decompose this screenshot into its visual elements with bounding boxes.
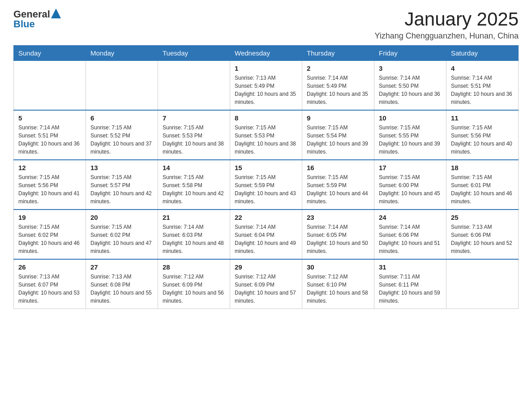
calendar-day-cell <box>14 61 86 111</box>
calendar-week-row: 12Sunrise: 7:15 AMSunset: 5:56 PMDayligh… <box>14 160 519 210</box>
page-header: General Blue January 2025 Yizhang Chengg… <box>13 9 519 41</box>
calendar-day-cell: 3Sunrise: 7:14 AMSunset: 5:50 PMDaylight… <box>374 61 446 111</box>
svg-marker-0 <box>51 9 61 18</box>
calendar-day-cell: 10Sunrise: 7:15 AMSunset: 5:55 PMDayligh… <box>374 110 446 160</box>
calendar-day-cell: 30Sunrise: 7:12 AMSunset: 6:10 PMDayligh… <box>302 259 374 309</box>
day-number: 24 <box>379 214 442 221</box>
day-number: 3 <box>379 64 442 72</box>
day-number: 2 <box>307 64 369 72</box>
calendar-week-row: 1Sunrise: 7:13 AMSunset: 5:49 PMDaylight… <box>14 61 519 111</box>
day-number: 21 <box>163 214 225 221</box>
day-info: Sunrise: 7:13 AMSunset: 5:49 PMDaylight:… <box>235 74 297 106</box>
calendar-day-cell: 14Sunrise: 7:15 AMSunset: 5:58 PMDayligh… <box>158 160 230 210</box>
calendar-day-cell: 26Sunrise: 7:13 AMSunset: 6:07 PMDayligh… <box>14 259 86 309</box>
day-number: 8 <box>235 114 297 122</box>
day-info: Sunrise: 7:14 AMSunset: 5:50 PMDaylight:… <box>379 74 442 106</box>
day-info: Sunrise: 7:15 AMSunset: 5:52 PMDaylight:… <box>90 124 153 156</box>
day-info: Sunrise: 7:11 AMSunset: 6:11 PMDaylight:… <box>379 273 442 305</box>
calendar-day-cell: 9Sunrise: 7:15 AMSunset: 5:54 PMDaylight… <box>302 110 374 160</box>
calendar-day-cell: 7Sunrise: 7:15 AMSunset: 5:53 PMDaylight… <box>158 110 230 160</box>
day-number: 16 <box>307 164 369 171</box>
day-info: Sunrise: 7:14 AMSunset: 5:49 PMDaylight:… <box>307 74 369 106</box>
day-number: 17 <box>379 164 442 171</box>
day-number: 30 <box>307 263 369 271</box>
day-info: Sunrise: 7:15 AMSunset: 5:53 PMDaylight:… <box>163 124 225 156</box>
calendar-day-cell: 21Sunrise: 7:14 AMSunset: 6:03 PMDayligh… <box>158 210 230 259</box>
calendar-week-row: 19Sunrise: 7:15 AMSunset: 6:02 PMDayligh… <box>14 210 519 259</box>
day-info: Sunrise: 7:12 AMSunset: 6:10 PMDaylight:… <box>307 273 369 305</box>
day-info: Sunrise: 7:15 AMSunset: 5:58 PMDaylight:… <box>163 173 225 206</box>
calendar-day-cell: 17Sunrise: 7:15 AMSunset: 6:00 PMDayligh… <box>374 160 446 210</box>
calendar-day-cell: 11Sunrise: 7:15 AMSunset: 5:56 PMDayligh… <box>446 110 519 160</box>
month-title: January 2025 <box>374 9 519 30</box>
day-number: 26 <box>18 263 81 271</box>
calendar-day-cell <box>86 61 158 111</box>
calendar-day-cell: 2Sunrise: 7:14 AMSunset: 5:49 PMDaylight… <box>302 61 374 111</box>
day-info: Sunrise: 7:15 AMSunset: 5:59 PMDaylight:… <box>307 173 369 206</box>
calendar-day-header: Tuesday <box>158 46 230 61</box>
day-number: 1 <box>235 64 297 72</box>
day-number: 4 <box>451 64 514 72</box>
calendar-day-cell: 6Sunrise: 7:15 AMSunset: 5:52 PMDaylight… <box>86 110 158 160</box>
calendar-day-cell: 19Sunrise: 7:15 AMSunset: 6:02 PMDayligh… <box>14 210 86 259</box>
calendar-day-cell: 8Sunrise: 7:15 AMSunset: 5:53 PMDaylight… <box>230 110 302 160</box>
calendar-day-header: Monday <box>86 46 158 61</box>
calendar-day-cell: 12Sunrise: 7:15 AMSunset: 5:56 PMDayligh… <box>14 160 86 210</box>
calendar-day-header: Wednesday <box>230 46 302 61</box>
day-info: Sunrise: 7:14 AMSunset: 6:05 PMDaylight:… <box>307 223 369 255</box>
day-info: Sunrise: 7:14 AMSunset: 5:51 PMDaylight:… <box>451 74 514 106</box>
calendar-day-cell: 16Sunrise: 7:15 AMSunset: 5:59 PMDayligh… <box>302 160 374 210</box>
day-number: 12 <box>18 164 81 171</box>
calendar-table: SundayMondayTuesdayWednesdayThursdayFrid… <box>13 45 519 309</box>
calendar-day-cell: 23Sunrise: 7:14 AMSunset: 6:05 PMDayligh… <box>302 210 374 259</box>
day-number: 6 <box>90 114 153 122</box>
logo-icon <box>51 9 61 18</box>
day-number: 5 <box>18 114 81 122</box>
calendar-week-row: 26Sunrise: 7:13 AMSunset: 6:07 PMDayligh… <box>14 259 519 309</box>
day-info: Sunrise: 7:15 AMSunset: 5:56 PMDaylight:… <box>451 124 514 156</box>
calendar-header-row: SundayMondayTuesdayWednesdayThursdayFrid… <box>14 46 519 61</box>
calendar-day-cell: 1Sunrise: 7:13 AMSunset: 5:49 PMDaylight… <box>230 61 302 111</box>
calendar-day-cell: 22Sunrise: 7:14 AMSunset: 6:04 PMDayligh… <box>230 210 302 259</box>
day-number: 18 <box>451 164 514 171</box>
day-info: Sunrise: 7:15 AMSunset: 6:02 PMDaylight:… <box>90 223 153 255</box>
day-info: Sunrise: 7:15 AMSunset: 5:57 PMDaylight:… <box>90 173 153 206</box>
day-info: Sunrise: 7:15 AMSunset: 6:02 PMDaylight:… <box>18 223 81 255</box>
day-info: Sunrise: 7:14 AMSunset: 6:04 PMDaylight:… <box>235 223 297 255</box>
calendar-day-header: Saturday <box>446 46 519 61</box>
day-info: Sunrise: 7:15 AMSunset: 5:56 PMDaylight:… <box>18 173 81 206</box>
day-info: Sunrise: 7:13 AMSunset: 6:08 PMDaylight:… <box>90 273 153 305</box>
logo: General Blue <box>13 9 61 30</box>
calendar-day-cell: 15Sunrise: 7:15 AMSunset: 5:59 PMDayligh… <box>230 160 302 210</box>
day-info: Sunrise: 7:15 AMSunset: 5:55 PMDaylight:… <box>379 124 442 156</box>
calendar-day-cell: 28Sunrise: 7:12 AMSunset: 6:09 PMDayligh… <box>158 259 230 309</box>
calendar-day-header: Friday <box>374 46 446 61</box>
calendar-day-cell <box>446 259 519 309</box>
day-number: 28 <box>163 263 225 271</box>
title-block: January 2025 Yizhang Chengguanzhen, Huna… <box>374 9 519 41</box>
day-number: 22 <box>235 214 297 221</box>
calendar-day-cell: 25Sunrise: 7:13 AMSunset: 6:06 PMDayligh… <box>446 210 519 259</box>
day-number: 25 <box>451 214 514 221</box>
day-info: Sunrise: 7:15 AMSunset: 5:53 PMDaylight:… <box>235 124 297 156</box>
calendar-day-header: Sunday <box>14 46 86 61</box>
day-info: Sunrise: 7:15 AMSunset: 5:54 PMDaylight:… <box>307 124 369 156</box>
day-info: Sunrise: 7:12 AMSunset: 6:09 PMDaylight:… <box>163 273 225 305</box>
calendar-day-cell: 27Sunrise: 7:13 AMSunset: 6:08 PMDayligh… <box>86 259 158 309</box>
day-info: Sunrise: 7:12 AMSunset: 6:09 PMDaylight:… <box>235 273 297 305</box>
day-number: 14 <box>163 164 225 171</box>
calendar-day-cell <box>158 61 230 111</box>
day-number: 20 <box>90 214 153 221</box>
day-info: Sunrise: 7:15 AMSunset: 6:00 PMDaylight:… <box>379 173 442 206</box>
day-number: 29 <box>235 263 297 271</box>
day-info: Sunrise: 7:14 AMSunset: 6:06 PMDaylight:… <box>379 223 442 255</box>
day-number: 13 <box>90 164 153 171</box>
calendar-day-cell: 20Sunrise: 7:15 AMSunset: 6:02 PMDayligh… <box>86 210 158 259</box>
day-number: 23 <box>307 214 369 221</box>
calendar-day-cell: 24Sunrise: 7:14 AMSunset: 6:06 PMDayligh… <box>374 210 446 259</box>
calendar-day-cell: 5Sunrise: 7:14 AMSunset: 5:51 PMDaylight… <box>14 110 86 160</box>
day-info: Sunrise: 7:15 AMSunset: 6:01 PMDaylight:… <box>451 173 514 206</box>
calendar-day-cell: 18Sunrise: 7:15 AMSunset: 6:01 PMDayligh… <box>446 160 519 210</box>
location-subtitle: Yizhang Chengguanzhen, Hunan, China <box>374 31 519 41</box>
calendar-week-row: 5Sunrise: 7:14 AMSunset: 5:51 PMDaylight… <box>14 110 519 160</box>
